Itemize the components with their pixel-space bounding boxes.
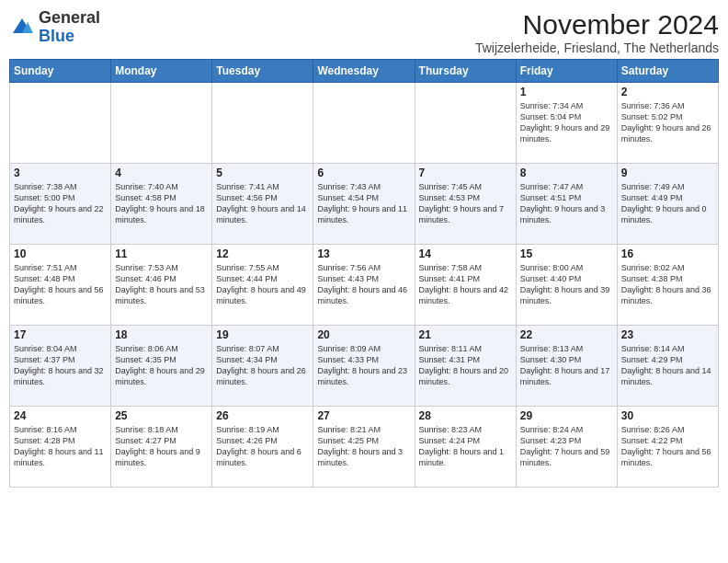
day-info: Sunrise: 8:07 AM Sunset: 4:34 PM Dayligh… bbox=[216, 343, 309, 388]
calendar-cell: 5Sunrise: 7:41 AM Sunset: 4:56 PM Daylig… bbox=[212, 164, 313, 245]
day-number: 7 bbox=[419, 167, 512, 179]
day-number: 11 bbox=[115, 247, 208, 260]
calendar-cell bbox=[212, 83, 313, 164]
day-number: 17 bbox=[14, 328, 107, 341]
day-info: Sunrise: 7:41 AM Sunset: 4:56 PM Dayligh… bbox=[216, 181, 309, 226]
calendar-cell: 16Sunrise: 8:02 AM Sunset: 4:38 PM Dayli… bbox=[617, 245, 718, 326]
day-info: Sunrise: 8:26 AM Sunset: 4:22 PM Dayligh… bbox=[621, 424, 714, 469]
calendar-cell: 14Sunrise: 7:58 AM Sunset: 4:41 PM Dayli… bbox=[415, 245, 516, 326]
calendar-cell bbox=[415, 83, 516, 164]
day-number: 3 bbox=[14, 167, 107, 179]
calendar-cell: 17Sunrise: 8:04 AM Sunset: 4:37 PM Dayli… bbox=[10, 326, 111, 407]
day-number: 2 bbox=[621, 86, 714, 98]
day-number: 23 bbox=[621, 328, 714, 341]
day-info: Sunrise: 8:21 AM Sunset: 4:25 PM Dayligh… bbox=[317, 424, 410, 469]
calendar-cell: 18Sunrise: 8:06 AM Sunset: 4:35 PM Dayli… bbox=[111, 326, 212, 407]
calendar-table: SundayMondayTuesdayWednesdayThursdayFrid… bbox=[9, 59, 719, 488]
weekday-wednesday: Wednesday bbox=[313, 60, 415, 83]
calendar-cell: 1Sunrise: 7:34 AM Sunset: 5:04 PM Daylig… bbox=[516, 83, 617, 164]
logo-text: General Blue bbox=[39, 9, 100, 46]
calendar-cell: 9Sunrise: 7:49 AM Sunset: 4:49 PM Daylig… bbox=[617, 164, 718, 245]
calendar-cell bbox=[10, 83, 111, 164]
day-number: 10 bbox=[14, 247, 107, 260]
day-info: Sunrise: 8:04 AM Sunset: 4:37 PM Dayligh… bbox=[14, 343, 107, 388]
day-number: 9 bbox=[621, 167, 714, 179]
calendar-cell bbox=[313, 83, 415, 164]
calendar-week-5: 24Sunrise: 8:16 AM Sunset: 4:28 PM Dayli… bbox=[10, 407, 719, 488]
location: Twijzelerheide, Friesland, The Netherlan… bbox=[475, 40, 719, 55]
day-info: Sunrise: 8:11 AM Sunset: 4:31 PM Dayligh… bbox=[419, 343, 512, 388]
day-info: Sunrise: 7:49 AM Sunset: 4:49 PM Dayligh… bbox=[621, 181, 714, 226]
day-info: Sunrise: 7:55 AM Sunset: 4:44 PM Dayligh… bbox=[216, 262, 309, 307]
day-number: 30 bbox=[621, 409, 714, 422]
day-info: Sunrise: 8:13 AM Sunset: 4:30 PM Dayligh… bbox=[520, 343, 613, 388]
calendar-cell: 23Sunrise: 8:14 AM Sunset: 4:29 PM Dayli… bbox=[617, 326, 718, 407]
calendar-cell: 25Sunrise: 8:18 AM Sunset: 4:27 PM Dayli… bbox=[111, 407, 212, 488]
day-number: 12 bbox=[216, 247, 309, 260]
day-info: Sunrise: 7:38 AM Sunset: 5:00 PM Dayligh… bbox=[14, 181, 107, 226]
day-number: 29 bbox=[520, 409, 613, 422]
calendar-cell: 3Sunrise: 7:38 AM Sunset: 5:00 PM Daylig… bbox=[10, 164, 111, 245]
day-number: 19 bbox=[216, 328, 309, 341]
day-number: 5 bbox=[216, 167, 309, 179]
calendar-cell: 29Sunrise: 8:24 AM Sunset: 4:23 PM Dayli… bbox=[516, 407, 617, 488]
day-number: 18 bbox=[115, 328, 208, 341]
day-number: 8 bbox=[520, 167, 613, 179]
calendar-body: 1Sunrise: 7:34 AM Sunset: 5:04 PM Daylig… bbox=[10, 83, 719, 488]
calendar-cell: 20Sunrise: 8:09 AM Sunset: 4:33 PM Dayli… bbox=[313, 326, 415, 407]
calendar-cell: 30Sunrise: 8:26 AM Sunset: 4:22 PM Dayli… bbox=[617, 407, 718, 488]
calendar-cell: 7Sunrise: 7:45 AM Sunset: 4:53 PM Daylig… bbox=[415, 164, 516, 245]
day-info: Sunrise: 8:00 AM Sunset: 4:40 PM Dayligh… bbox=[520, 262, 613, 307]
day-info: Sunrise: 7:36 AM Sunset: 5:02 PM Dayligh… bbox=[621, 100, 714, 145]
calendar-cell: 22Sunrise: 8:13 AM Sunset: 4:30 PM Dayli… bbox=[516, 326, 617, 407]
day-number: 21 bbox=[419, 328, 512, 341]
logo: General Blue bbox=[9, 9, 100, 46]
day-number: 1 bbox=[520, 86, 613, 98]
calendar-cell: 28Sunrise: 8:23 AM Sunset: 4:24 PM Dayli… bbox=[415, 407, 516, 488]
day-number: 20 bbox=[317, 328, 410, 341]
page-header: General Blue November 2024 Twijzelerheid… bbox=[9, 9, 719, 55]
day-number: 22 bbox=[520, 328, 613, 341]
calendar-cell: 4Sunrise: 7:40 AM Sunset: 4:58 PM Daylig… bbox=[111, 164, 212, 245]
day-info: Sunrise: 7:43 AM Sunset: 4:54 PM Dayligh… bbox=[317, 181, 410, 226]
logo-blue: Blue bbox=[39, 27, 74, 45]
calendar-cell: 2Sunrise: 7:36 AM Sunset: 5:02 PM Daylig… bbox=[617, 83, 718, 164]
calendar-cell: 19Sunrise: 8:07 AM Sunset: 4:34 PM Dayli… bbox=[212, 326, 313, 407]
day-number: 15 bbox=[520, 247, 613, 260]
calendar-week-2: 3Sunrise: 7:38 AM Sunset: 5:00 PM Daylig… bbox=[10, 164, 719, 245]
day-info: Sunrise: 7:47 AM Sunset: 4:51 PM Dayligh… bbox=[520, 181, 613, 226]
calendar-cell: 6Sunrise: 7:43 AM Sunset: 4:54 PM Daylig… bbox=[313, 164, 415, 245]
day-info: Sunrise: 7:40 AM Sunset: 4:58 PM Dayligh… bbox=[115, 181, 208, 226]
day-number: 6 bbox=[317, 167, 410, 179]
calendar-cell: 11Sunrise: 7:53 AM Sunset: 4:46 PM Dayli… bbox=[111, 245, 212, 326]
calendar-cell: 12Sunrise: 7:55 AM Sunset: 4:44 PM Dayli… bbox=[212, 245, 313, 326]
day-number: 14 bbox=[419, 247, 512, 260]
day-number: 24 bbox=[14, 409, 107, 422]
weekday-friday: Friday bbox=[516, 60, 617, 83]
day-info: Sunrise: 7:56 AM Sunset: 4:43 PM Dayligh… bbox=[317, 262, 410, 307]
day-info: Sunrise: 8:14 AM Sunset: 4:29 PM Dayligh… bbox=[621, 343, 714, 388]
day-info: Sunrise: 8:06 AM Sunset: 4:35 PM Dayligh… bbox=[115, 343, 208, 388]
day-number: 25 bbox=[115, 409, 208, 422]
day-number: 13 bbox=[317, 247, 410, 260]
calendar-cell: 8Sunrise: 7:47 AM Sunset: 4:51 PM Daylig… bbox=[516, 164, 617, 245]
day-number: 27 bbox=[317, 409, 410, 422]
calendar-cell: 15Sunrise: 8:00 AM Sunset: 4:40 PM Dayli… bbox=[516, 245, 617, 326]
calendar-cell bbox=[111, 83, 212, 164]
day-info: Sunrise: 7:53 AM Sunset: 4:46 PM Dayligh… bbox=[115, 262, 208, 307]
day-info: Sunrise: 8:16 AM Sunset: 4:28 PM Dayligh… bbox=[14, 424, 107, 469]
day-info: Sunrise: 8:23 AM Sunset: 4:24 PM Dayligh… bbox=[419, 424, 512, 469]
calendar-week-4: 17Sunrise: 8:04 AM Sunset: 4:37 PM Dayli… bbox=[10, 326, 719, 407]
day-info: Sunrise: 8:24 AM Sunset: 4:23 PM Dayligh… bbox=[520, 424, 613, 469]
day-number: 28 bbox=[419, 409, 512, 422]
title-block: November 2024 Twijzelerheide, Friesland,… bbox=[475, 9, 719, 55]
weekday-tuesday: Tuesday bbox=[212, 60, 313, 83]
logo-icon bbox=[9, 15, 35, 40]
day-number: 26 bbox=[216, 409, 309, 422]
calendar-cell: 21Sunrise: 8:11 AM Sunset: 4:31 PM Dayli… bbox=[415, 326, 516, 407]
day-info: Sunrise: 7:34 AM Sunset: 5:04 PM Dayligh… bbox=[520, 100, 613, 145]
logo-general: General bbox=[39, 8, 100, 27]
calendar-week-3: 10Sunrise: 7:51 AM Sunset: 4:48 PM Dayli… bbox=[10, 245, 719, 326]
day-info: Sunrise: 8:19 AM Sunset: 4:26 PM Dayligh… bbox=[216, 424, 309, 469]
weekday-monday: Monday bbox=[111, 60, 212, 83]
